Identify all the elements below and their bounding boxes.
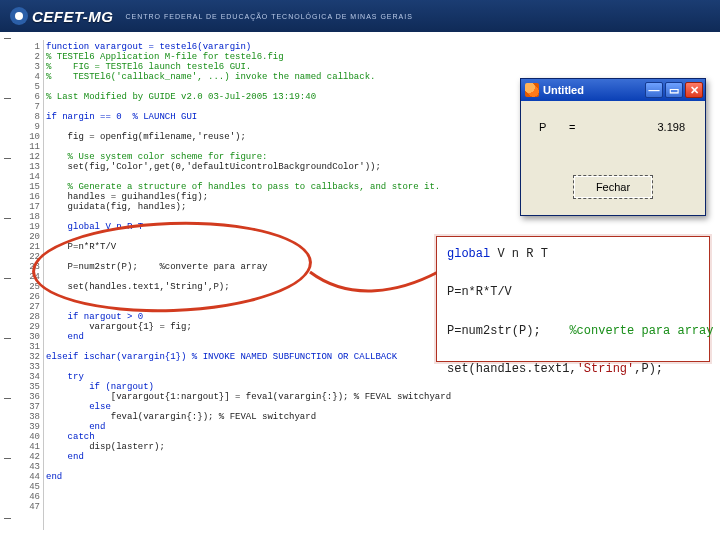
logo-bullet-icon (10, 7, 28, 25)
close-button[interactable]: ✕ (685, 82, 703, 98)
code-editor: 1234567891011121314151617181920212223242… (22, 40, 420, 530)
fechar-button[interactable]: Fechar (573, 175, 653, 199)
result-window: Untitled — ▭ ✕ P = 3.198 Fechar (520, 78, 706, 216)
window-body: P = 3.198 Fechar (521, 101, 705, 215)
maximize-icon: ▭ (669, 85, 679, 96)
minimize-button[interactable]: — (645, 82, 663, 98)
matlab-icon (525, 83, 539, 97)
window-buttons: — ▭ ✕ (645, 82, 703, 98)
fechar-button-label: Fechar (596, 181, 630, 193)
callout-line-1: global V n R T (447, 245, 699, 264)
maximize-button[interactable]: ▭ (665, 82, 683, 98)
output-p-label: P (539, 121, 546, 133)
minimize-icon: — (649, 85, 660, 96)
code-area[interactable]: function varargout = testel6(varargin)% … (46, 40, 420, 530)
brand-subtitle: CENTRO FEDERAL DE EDUCAÇÃO TECNOLÓGICA D… (126, 13, 413, 20)
callout-line-3: P=num2str(P); %converte para array (447, 322, 699, 341)
app-header: CEFET-MG CENTRO FEDERAL DE EDUCAÇÃO TECN… (0, 0, 720, 32)
callout-line-2: P=n*R*T/V (447, 283, 699, 302)
brand-name: CEFET-MG (32, 8, 114, 25)
left-ruler (0, 38, 16, 534)
brand-logo: CEFET-MG CENTRO FEDERAL DE EDUCAÇÃO TECN… (0, 7, 413, 25)
output-value: 3.198 (657, 121, 685, 133)
window-title: Untitled (543, 84, 584, 96)
code-callout: global V n R T P=n*R*T/V P=num2str(P); %… (436, 236, 710, 362)
close-icon: ✕ (690, 85, 699, 96)
callout-line-4: set(handles.text1,'String',P); (447, 360, 699, 379)
line-number-gutter: 1234567891011121314151617181920212223242… (22, 40, 44, 530)
output-eq-label: = (569, 121, 575, 133)
titlebar[interactable]: Untitled — ▭ ✕ (521, 79, 705, 101)
